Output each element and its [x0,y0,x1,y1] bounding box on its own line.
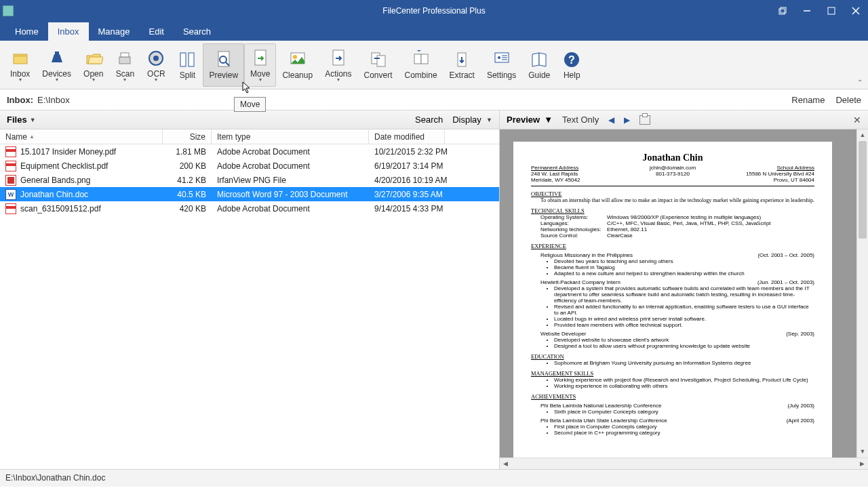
col-type[interactable]: Item type [212,129,369,144]
panes: Files ▼ Search Display ▼ Name▲ Size Item… [0,110,868,469]
convert-icon [369,50,388,69]
split-button[interactable]: Split [172,43,203,87]
file-row[interactable]: 15.1017 Insider Money.pdf1.81 MBAdobe Ac… [0,144,499,159]
svg-rect-0 [779,9,785,14]
col-date[interactable]: Date modified [369,129,445,144]
files-dropdown-icon[interactable]: ▼ [30,117,36,123]
files-title[interactable]: Files [7,115,27,125]
file-row[interactable]: Equipment Checklist.pdf200 KBAdobe Acrob… [0,159,499,173]
cleanup-icon [288,50,307,69]
pdf-icon [5,203,16,214]
horizontal-scrollbar[interactable]: ◀ ▶ [500,458,868,469]
rename-button[interactable]: Rename [791,95,825,105]
restore-down-icon[interactable] [770,0,795,22]
tab-edit[interactable]: Edit [139,22,173,41]
convert-button[interactable]: Convert [358,43,399,87]
text-only-button[interactable]: Text Only [562,115,599,125]
scan-button[interactable]: Scan▾ [109,43,140,87]
status-bar: E:\Inbox\Jonathan Chin.doc [0,469,868,487]
vertical-scrollbar[interactable]: ▲ ▼ [856,129,868,458]
split-icon [178,50,197,69]
file-size: 200 KB [163,161,212,171]
svg-point-12 [153,56,159,61]
inbox-button[interactable]: Inbox▾ [4,43,36,87]
actions-button[interactable]: Actions▾ [319,43,357,87]
devices-icon [47,49,66,68]
maximize-icon[interactable] [819,0,844,22]
close-icon[interactable] [844,0,868,22]
preview-dropdown-icon[interactable]: ▼ [544,115,553,125]
display-button[interactable]: Display ▼ [452,115,492,125]
preview-title[interactable]: Preview [507,115,540,125]
combine-button[interactable]: +Combine [399,43,443,87]
file-row[interactable]: scan_6315091512.pdf420 KBAdobe Acrobat D… [0,201,499,216]
file-list: 15.1017 Insider Money.pdf1.81 MBAdobe Ac… [0,144,499,469]
file-size: 41.2 KB [163,176,212,185]
combine-icon: + [412,50,431,69]
svg-rect-23 [377,56,385,66]
extract-icon [452,50,471,69]
svg-rect-24 [414,54,421,64]
column-headers: Name▲ Size Item type Date modified [0,129,499,144]
move-button[interactable]: Move▾ [244,43,276,87]
tab-search[interactable]: Search [174,22,220,41]
close-preview-icon[interactable]: ✕ [853,115,861,125]
file-size: 420 KB [163,204,212,214]
file-date: 10/21/2015 2:32 PM [369,147,491,157]
display-dropdown-icon: ▼ [486,117,492,123]
guide-icon [530,50,549,69]
file-type: Microsoft Word 97 - 2003 Document [212,190,369,199]
settings-button[interactable]: Settings [481,43,522,87]
col-size[interactable]: Size [163,129,212,144]
search-button[interactable]: Search [415,115,443,125]
collapse-ribbon-icon[interactable]: ⌃ [857,79,863,86]
settings-icon [492,50,511,69]
scroll-down-icon[interactable]: ▼ [857,446,868,458]
inbox-label: Inbox: [7,95,33,105]
extract-button[interactable]: Extract [443,43,481,87]
delete-button[interactable]: Delete [835,95,861,105]
png-icon [5,175,16,186]
path-bar: Inbox: E:\Inbox Rename Delete [0,89,868,110]
devices-button[interactable]: Devices▾ [36,43,77,87]
svg-point-29 [498,56,500,59]
print-icon[interactable] [639,115,650,125]
ocr-button[interactable]: OCR▾ [140,43,172,87]
scroll-left-icon[interactable]: ◀ [500,458,511,469]
svg-text:?: ? [568,54,575,66]
file-name: General Bands.png [20,176,90,185]
pdf-icon [5,161,16,171]
minimize-icon[interactable] [795,0,819,22]
file-type: Adobe Acrobat Document [212,204,369,214]
tab-inbox[interactable]: Inbox [48,22,89,41]
doc-icon [5,189,16,200]
preview-body: Jonathan ChinPermanent Address248 W. Las… [500,129,868,469]
next-arrow-icon[interactable]: ▶ [624,115,630,125]
scroll-up-icon[interactable]: ▲ [857,129,868,141]
tab-manage[interactable]: Manage [89,22,140,41]
tooltip: Move [234,97,266,112]
svg-rect-8 [55,52,59,54]
sort-asc-icon: ▲ [29,134,35,140]
ribbon: Inbox▾Devices▾Open▾Scan▾OCR▾SplitPreview… [0,41,868,89]
col-name[interactable]: Name▲ [0,129,163,144]
file-name: scan_6315091512.pdf [20,204,101,214]
scrollbar-thumb[interactable] [859,141,867,239]
tab-home[interactable]: Home [5,22,48,41]
file-date: 4/20/2016 10:19 AM [369,176,491,185]
guide-button[interactable]: Guide [522,43,556,87]
file-row[interactable]: General Bands.png41.2 KBIrfanView PNG Fi… [0,173,499,187]
svg-rect-1 [781,7,786,13]
help-button[interactable]: ?Help [556,43,587,87]
prev-arrow-icon[interactable]: ◀ [608,115,614,125]
files-header: Files ▼ Search Display ▼ [0,110,499,129]
file-date: 6/19/2017 3:14 PM [369,161,491,171]
titlebar: FileCenter Professional Plus [0,0,868,22]
preview-icon [214,50,233,69]
preview-button[interactable]: Preview [203,43,244,87]
scroll-right-icon[interactable]: ▶ [856,458,868,469]
cleanup-button[interactable]: Cleanup [276,43,319,87]
file-row[interactable]: Jonathan Chin.doc40.5 KBMicrosoft Word 9… [0,187,499,201]
help-icon: ? [562,50,581,69]
open-button[interactable]: Open▾ [77,43,109,87]
